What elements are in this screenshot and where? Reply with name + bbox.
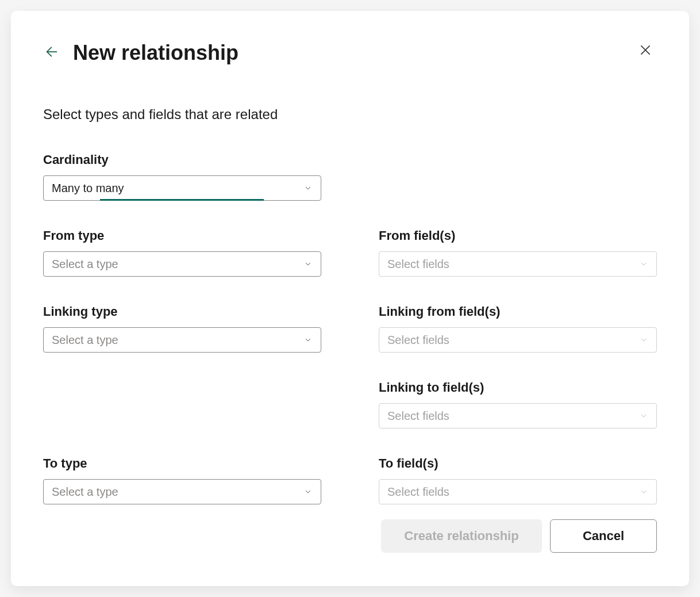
- from-fields-select[interactable]: Select fields: [379, 251, 657, 277]
- cancel-button[interactable]: Cancel: [550, 519, 657, 553]
- linking-from-fields-select[interactable]: Select fields: [379, 327, 657, 353]
- create-relationship-button[interactable]: Create relationship: [381, 519, 542, 553]
- to-fields-select[interactable]: Select fields: [379, 479, 657, 504]
- chevron-down-icon: [303, 183, 313, 193]
- form-grid: Cardinality Many to many From type Selec…: [43, 152, 657, 532]
- dialog-header: New relationship: [43, 41, 657, 65]
- linking-type-group: Linking type Select a type: [43, 304, 321, 353]
- from-type-select[interactable]: Select a type: [43, 251, 321, 277]
- to-fields-placeholder: Select fields: [387, 485, 449, 499]
- linking-type-label: Linking type: [43, 304, 321, 319]
- to-fields-group: To field(s) Select fields: [379, 456, 657, 504]
- from-fields-label: From field(s): [379, 228, 657, 243]
- to-fields-label: To field(s): [379, 456, 657, 471]
- linking-type-select[interactable]: Select a type: [43, 327, 321, 353]
- dialog-footer: Create relationship Cancel: [381, 519, 657, 553]
- chevron-down-icon: [639, 335, 648, 345]
- linking-from-fields-group: Linking from field(s) Select fields: [379, 304, 657, 353]
- dialog-title: New relationship: [73, 41, 239, 65]
- linking-to-fields-group: Linking to field(s) Select fields: [379, 380, 657, 428]
- cardinality-label: Cardinality: [43, 152, 321, 167]
- arrow-left-icon: [44, 44, 60, 62]
- cardinality-select[interactable]: Many to many: [43, 175, 321, 201]
- back-button[interactable]: [43, 44, 61, 62]
- linking-type-placeholder: Select a type: [52, 334, 118, 347]
- chevron-down-icon: [303, 335, 313, 345]
- spacer-left: [43, 380, 321, 456]
- linking-to-fields-placeholder: Select fields: [387, 410, 449, 423]
- to-type-placeholder: Select a type: [52, 485, 118, 499]
- chevron-down-icon: [639, 259, 648, 269]
- from-type-group: From type Select a type: [43, 228, 321, 277]
- linking-from-fields-label: Linking from field(s): [379, 304, 657, 319]
- cardinality-value: Many to many: [52, 182, 124, 195]
- to-type-label: To type: [43, 456, 321, 471]
- close-button[interactable]: [636, 42, 655, 60]
- cardinality-group: Cardinality Many to many: [43, 152, 321, 201]
- chevron-down-icon: [639, 411, 648, 420]
- dialog-subtitle: Select types and fields that are related: [43, 106, 657, 123]
- chevron-down-icon: [639, 487, 648, 496]
- to-type-select[interactable]: Select a type: [43, 479, 321, 504]
- from-fields-group: From field(s) Select fields: [379, 228, 657, 277]
- to-type-group: To type Select a type: [43, 456, 321, 504]
- close-icon: [638, 43, 653, 60]
- from-fields-placeholder: Select fields: [387, 258, 449, 271]
- linking-to-fields-select[interactable]: Select fields: [379, 403, 657, 428]
- new-relationship-dialog: New relationship Select types and fields…: [11, 11, 689, 586]
- from-type-placeholder: Select a type: [52, 258, 118, 271]
- chevron-down-icon: [303, 487, 313, 496]
- chevron-down-icon: [303, 259, 313, 269]
- linking-from-fields-placeholder: Select fields: [387, 334, 449, 347]
- linking-to-fields-label: Linking to field(s): [379, 380, 657, 395]
- from-type-label: From type: [43, 228, 321, 243]
